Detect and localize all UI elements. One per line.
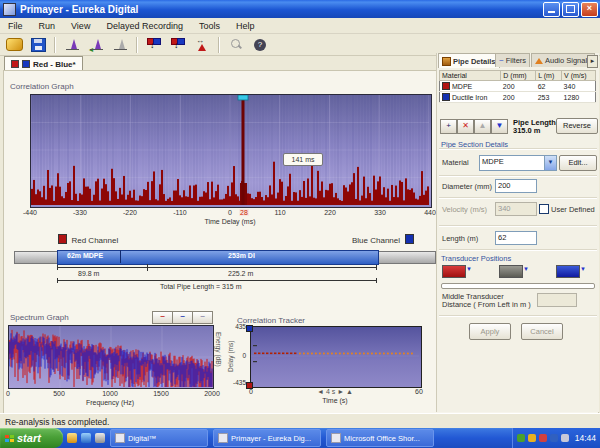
tray-icon-4[interactable] [550, 434, 558, 442]
apply-button[interactable]: Apply [469, 323, 511, 340]
status-bar: Re-analysis has completed. [0, 413, 600, 429]
red-transducer-arrow-icon[interactable]: ▼ [466, 266, 472, 272]
show-blue-spectrum-button[interactable]: ~ [172, 311, 193, 324]
close-button[interactable]: × [581, 2, 598, 17]
tab-red-blue[interactable]: Red - Blue* [4, 56, 83, 71]
quick-launch-icon-1[interactable] [67, 433, 77, 443]
peak-marker-icon: ◄ [90, 38, 103, 51]
menu-delayed-recording[interactable]: Delayed Recording [98, 20, 191, 32]
transducer-icon: ↔ [195, 38, 209, 51]
red-transducer-swatch[interactable] [442, 265, 466, 278]
taskbar-task-digital[interactable]: Digital™ [110, 429, 208, 447]
tracker-controls[interactable]: ◄ 4 s ► ▲ [305, 388, 365, 395]
middle-transducer-swatch[interactable] [499, 265, 523, 278]
corr-tick: 220 [313, 209, 347, 216]
peak-button[interactable] [61, 36, 83, 54]
quick-launch-icon-3[interactable] [95, 433, 105, 443]
tracker-xtick: 60 [402, 388, 436, 395]
spec-xlabel: Frequency (Hz) [72, 399, 148, 406]
transducer-position-slider[interactable] [441, 283, 595, 289]
taskbar-task-primayer[interactable]: Primayer - Eureka Dig... [213, 429, 321, 447]
length-field[interactable]: 62 [495, 231, 537, 245]
blue-transducer-arrow-icon[interactable]: ▼ [580, 266, 586, 272]
taskbar-task-office[interactable]: Microsoft Office Shor... [326, 429, 434, 447]
user-defined-checkbox[interactable] [539, 204, 549, 214]
download-blue-icon: ↓ [171, 38, 185, 51]
tracker-plot[interactable] [250, 326, 422, 388]
tracker-blue-marker [246, 325, 253, 332]
peak-marker-button[interactable]: ◄ [85, 36, 107, 54]
download-blue-button[interactable]: ↓ [167, 36, 189, 54]
reverse-button[interactable]: Reverse [556, 118, 598, 134]
velocity-field: 340 [495, 202, 537, 216]
add-section-button[interactable]: + [440, 119, 457, 134]
spec-tick: 2000 [195, 390, 229, 397]
help-button[interactable]: ? [249, 36, 271, 54]
material-table[interactable]: Material D (mm) L (m) V (m/s) MDPE 200 6… [439, 70, 596, 103]
save-button[interactable] [27, 36, 49, 54]
tray-icon-5[interactable] [561, 434, 569, 442]
cancel-button[interactable]: Cancel [521, 323, 563, 340]
diameter-field[interactable]: 200 [495, 179, 537, 193]
spectrum-graph-title: Spectrum Graph [10, 313, 69, 322]
tray-icon-2[interactable] [528, 434, 536, 442]
peak-icon [66, 38, 79, 51]
sort-button[interactable]: ▼ [491, 119, 508, 134]
tray-icon-3[interactable] [539, 434, 547, 442]
menu-run[interactable]: Run [31, 20, 64, 32]
download-red-button[interactable]: ↓ [143, 36, 165, 54]
user-defined-label: User Defined [551, 205, 595, 214]
table-row[interactable]: Ductile Iron 200 253 1280 [440, 92, 596, 103]
chevron-down-icon[interactable]: ▼ [544, 156, 556, 170]
transducer-button[interactable]: ↔ [191, 36, 213, 54]
pipe-segment2-label: 253m DI [228, 252, 255, 259]
edit-material-button[interactable]: Edit... [559, 155, 597, 171]
dimension-line-total [57, 280, 377, 281]
maximize-button[interactable] [562, 2, 579, 17]
windows-flag-icon [5, 435, 14, 442]
start-button[interactable]: start [0, 428, 63, 448]
tracker-ylabel: Delay (ms) [227, 341, 234, 372]
show-both-spectrum-button[interactable]: ~ [192, 311, 213, 324]
zoom-button[interactable] [225, 36, 247, 54]
transducer-positions-title: Transducer Positions [441, 254, 511, 263]
material-combobox[interactable]: MDPE ▼ [479, 155, 557, 171]
show-red-spectrum-button[interactable]: ~ [152, 311, 173, 324]
title-bar[interactable]: Primayer - Eureka Digital × [0, 0, 600, 18]
minimize-button[interactable] [543, 2, 560, 17]
table-row[interactable]: MDPE 200 62 340 [440, 81, 596, 92]
menu-file[interactable]: File [0, 20, 31, 32]
spectrum-plot[interactable] [8, 325, 214, 389]
menu-bar: File Run View Delayed Recording Tools He… [0, 18, 600, 34]
pipe-highlight[interactable] [57, 250, 379, 265]
middle-transducer-arrow-icon[interactable]: ▼ [523, 266, 529, 272]
correlation-plot[interactable]: 141 ms [30, 94, 432, 208]
corr-tick: 330 [363, 209, 397, 216]
tab-filters[interactable]: ~ Filters [495, 53, 530, 67]
peak-zoom-button[interactable] [109, 36, 131, 54]
new-correlation-button[interactable] [3, 36, 25, 54]
menu-help[interactable]: Help [228, 20, 263, 32]
menu-tools[interactable]: Tools [191, 20, 228, 32]
col-diameter: D (mm) [501, 71, 536, 81]
side-panel: Pipe Details ~ Filters Audio Signals ► M… [436, 53, 599, 412]
download-red-icon: ↓ [147, 38, 161, 51]
dim-left-label: 89.8 m [78, 270, 99, 277]
tray-icon-1[interactable] [517, 434, 525, 442]
tab-pipe-details[interactable]: Pipe Details [438, 53, 500, 68]
tab-audio-signals[interactable]: Audio Signals [531, 53, 595, 67]
spec-tick: 1000 [93, 390, 127, 397]
middle-transducer-marker[interactable] [144, 264, 151, 271]
system-tray: 14:44 [512, 428, 600, 448]
move-up-button[interactable]: ▲ [474, 119, 491, 134]
tab-scroll-right-button[interactable]: ► [587, 55, 598, 68]
pipe-segment1-label: 62m MDPE [67, 252, 103, 259]
col-length: L (m) [536, 71, 562, 81]
menu-view[interactable]: View [63, 20, 98, 32]
cursor-readout: 141 ms [283, 153, 323, 166]
middle-transducer-distance-field [537, 293, 577, 307]
delete-section-button[interactable]: ✕ [457, 119, 474, 134]
blue-transducer-swatch[interactable] [556, 265, 580, 278]
correlation-graph-title: Correlation Graph [10, 82, 74, 91]
quick-launch-icon-2[interactable] [81, 433, 91, 443]
